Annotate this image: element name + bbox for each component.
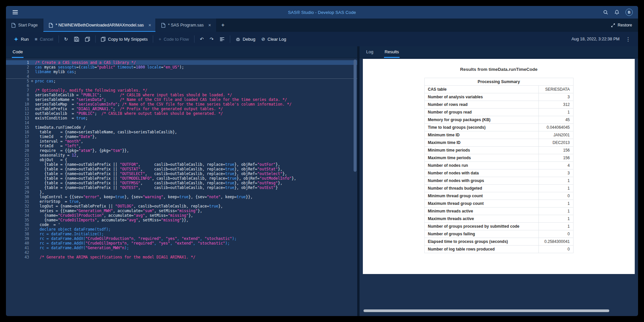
results-table-body: CAS tableSERIESDATANumber of analysis va… — [424, 86, 573, 253]
format-code-button[interactable] — [217, 35, 228, 43]
code-line[interactable]: 31 errorStop = true, — [6, 199, 357, 204]
fold-gutter — [29, 171, 35, 176]
code-editor[interactable]: 1/* Create a CAS session and a CAS libra… — [6, 58, 357, 316]
more-options-kebab-icon[interactable]: ⋮ — [623, 35, 633, 44]
code-line[interactable]: 43 /* Generate the ARIMA specifications … — [6, 255, 357, 259]
code-line-text: objOut = { — [35, 158, 357, 162]
copy-to-snippets-button[interactable]: Copy to My Snippets — [98, 35, 151, 44]
app-window: SAS® Studio - Develop SAS Code B Start P… — [6, 6, 638, 316]
code-line[interactable]: 24 {table = {name=outTablePrefix || "OUT… — [6, 167, 357, 171]
table-row: Number of rows read312 — [424, 101, 573, 109]
tab-results[interactable]: Results — [384, 46, 400, 58]
code-line[interactable]: 30 logControl = {{sev="error", keep=true… — [6, 195, 357, 199]
fold-collapse-icon[interactable]: ⊖ — [29, 79, 35, 83]
snippet-copy-icon — [101, 37, 106, 42]
code-line-text: proc cas; — [35, 79, 357, 83]
submission-history-button[interactable]: ↻ — [61, 35, 71, 43]
tab-start-page[interactable]: Start Page — [6, 19, 43, 32]
code-line[interactable]: 8seriesTableCaslib = "PUBLIC"; /* CASLIB… — [6, 93, 357, 97]
notifications-bell-icon[interactable] — [614, 10, 620, 15]
menu-icon[interactable] — [11, 9, 19, 16]
code-line[interactable]: 10seriesTableMap = "seriesColumnInfo"; /… — [6, 102, 357, 107]
code-line[interactable]: 9seriesTableName = "seriesData"; /* Name… — [6, 97, 357, 102]
code-to-flow-button[interactable]: + Code to Flow — [155, 35, 192, 44]
table-row: Time to load groups (seconds)0.044064045 — [424, 124, 573, 131]
clear-log-icon: ⊘ — [261, 37, 265, 41]
code-line[interactable]: 12outTableCaslib = "PUBLIC"; /* CASLIB w… — [6, 111, 357, 116]
code-line[interactable]: 2cas mycas sessopts=(caslib="public" tim… — [6, 65, 357, 69]
code-line[interactable]: 40 rc = dataFrame.AddX("CrudeOilImports"… — [6, 241, 357, 246]
debug-button[interactable]: Debug — [233, 35, 258, 44]
code-line[interactable]: 6 — [6, 83, 357, 88]
fold-gutter — [29, 218, 35, 222]
code-line[interactable]: 26 {table = {name=outTablePrefix || "OUT… — [6, 176, 357, 181]
fold-gutter — [29, 227, 35, 232]
panel-splitter[interactable] — [357, 46, 360, 316]
code-line[interactable]: 16 table = {name=seriesTableName, caslib… — [6, 130, 357, 134]
code-line[interactable]: 4 — [6, 74, 357, 79]
line-number: 13 — [6, 116, 29, 120]
code-line[interactable]: 28 {table = {name=outTablePrefix || "OUT… — [6, 185, 357, 190]
code-line[interactable]: 5⊖proc cas; — [6, 79, 357, 83]
tab-arimax-model[interactable]: * NEWNEWBethDownloadedARIMAXmodel.sas× — [43, 19, 156, 32]
application-bar: SAS® Studio - Develop SAS Code B — [6, 6, 638, 19]
code-line[interactable]: 7/* Optionally, modify the following var… — [6, 88, 357, 93]
save-button[interactable] — [71, 35, 82, 44]
code-line[interactable]: 36 code = ' — [6, 222, 357, 227]
save-all-button[interactable] — [82, 35, 93, 44]
code-line[interactable]: 23 {table = {name=outTablePrefix || "OUT… — [6, 162, 357, 167]
code-line[interactable]: 35 {name="CrudeOilImports", accumulate="… — [6, 218, 357, 222]
code-line[interactable]: 21 seasonality = 12, — [6, 153, 357, 158]
code-line[interactable]: 3libname mylib cas; — [6, 69, 357, 74]
close-icon[interactable]: × — [149, 23, 151, 28]
code-panel-header: Code — [6, 46, 357, 58]
undo-button[interactable]: ↶ — [197, 35, 207, 43]
code-line[interactable]: 11outTablePrefix = "DIAG1_ARIMAX1."; /* … — [6, 107, 357, 111]
line-number: 17 — [6, 134, 29, 139]
close-icon[interactable]: × — [208, 23, 211, 28]
code-line[interactable]: 34 {name="CrudeOilProduction", accumulat… — [6, 213, 357, 218]
code-line[interactable]: 25 {table = {name=outTablePrefix || "OUT… — [6, 171, 357, 176]
line-number: 5 — [6, 79, 29, 83]
code-line[interactable]: 33 series = {{name="Generation_MWH", acc… — [6, 208, 357, 213]
code-line[interactable]: 19 trimId = "left", — [6, 144, 357, 148]
line-number: 11 — [6, 107, 29, 111]
code-line[interactable]: 15timeData.runTimeCode / — [6, 125, 357, 130]
code-line[interactable]: 1/* Create a CAS session and a CAS libra… — [6, 60, 357, 65]
code-line[interactable]: 13existCondition = true; — [6, 116, 357, 120]
code-line[interactable]: 41 rc = dataFrame.AddY("Generation_MWH"n… — [6, 246, 357, 250]
restore-button[interactable]: Restore — [605, 19, 638, 32]
code-line[interactable]: 22 objOut = { — [6, 158, 357, 162]
code-line[interactable]: 39 rc = dataFrame.AddX("CrudeOilProducti… — [6, 236, 357, 241]
code-line[interactable]: 38 rc = dataFrame.Initialize(); — [6, 232, 357, 236]
table-row: Minimum time periods156 — [424, 147, 573, 154]
editor-scrollbar-thumb[interactable] — [354, 60, 357, 172]
results-scrollbar-thumb[interactable] — [364, 309, 609, 312]
cancel-button[interactable]: ■ Cancel — [32, 35, 56, 44]
clear-log-button[interactable]: ⊘ Clear Log — [258, 35, 289, 44]
tab-sas-program[interactable]: * SAS Program.sas× — [156, 19, 217, 32]
code-line[interactable]: 17 timeId = {name="Date"}, — [6, 134, 357, 139]
code-line[interactable]: 42 — [6, 250, 357, 255]
fold-gutter — [29, 236, 35, 241]
code-line[interactable]: 27 {table = {name=outTablePrefix || "OUT… — [6, 181, 357, 185]
new-tab-button[interactable]: + — [217, 19, 229, 32]
user-avatar[interactable]: B — [625, 9, 633, 16]
row-label: Minimum threads active — [424, 207, 538, 215]
tab-code[interactable]: Code — [12, 46, 23, 58]
redo-button[interactable]: ↷ — [207, 35, 217, 43]
row-label: Minimum time periods — [424, 147, 538, 154]
code-line[interactable]: 14 — [6, 120, 357, 125]
search-icon[interactable] — [603, 10, 608, 15]
code-line[interactable]: 37 declare object dataFrame(tsdf); — [6, 227, 357, 232]
code-line-text: timeData.runTimeCode / — [35, 125, 357, 130]
code-line[interactable]: 20 require = {{pkg="atsm"}, {pkg="tsm"}}… — [6, 148, 357, 153]
app-title: SAS® Studio - Develop SAS Code — [84, 10, 560, 15]
run-button[interactable]: Run — [11, 35, 32, 44]
code-line[interactable]: 18 interval = "month", — [6, 139, 357, 144]
tab-log[interactable]: Log — [365, 46, 374, 58]
code-line-text: outTablePrefix = "DIAG1_ARIMAX1."; /* Pr… — [35, 107, 357, 111]
code-line[interactable]: 32 logOut = {name=outTablePrefix || "OUT… — [6, 204, 357, 208]
format-code-icon — [220, 37, 225, 41]
code-line[interactable]: 29 }, — [6, 190, 357, 195]
